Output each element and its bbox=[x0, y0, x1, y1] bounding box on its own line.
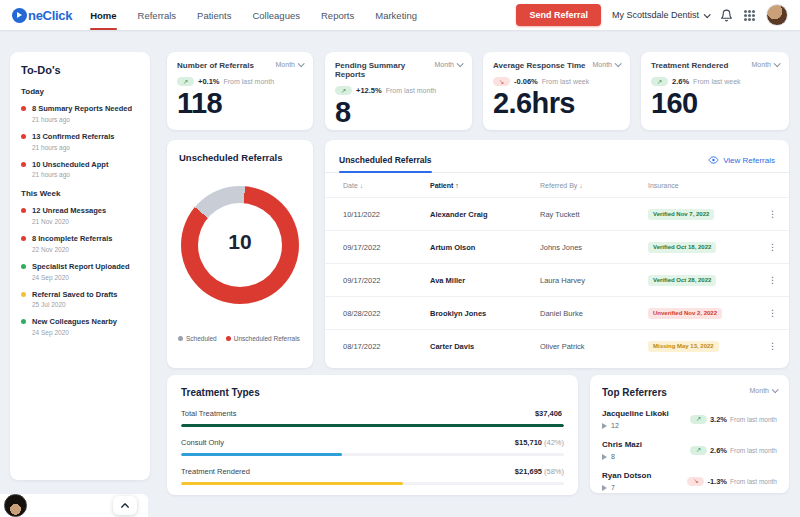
todo-time: 25 Jul 2020 bbox=[32, 301, 117, 308]
insurance-badge: Verified Nov 7, 2022 bbox=[648, 209, 714, 220]
treatment-pct: (58%) bbox=[544, 467, 564, 476]
treatment-label: Total Treatments bbox=[181, 409, 236, 418]
row-menu-icon[interactable]: ⋮ bbox=[765, 308, 777, 318]
chevron-down-icon bbox=[457, 60, 464, 67]
row-menu-icon[interactable]: ⋮ bbox=[765, 209, 777, 219]
cell-referred-by: Laura Harvey bbox=[540, 276, 648, 285]
stat-value: 8 bbox=[335, 98, 462, 127]
send-icon bbox=[602, 485, 607, 491]
unscheduled-referrals-chart-card: Unscheduled Referrals 10 Scheduled Unsch… bbox=[167, 140, 313, 368]
status-dot bbox=[21, 208, 26, 213]
apps-grid-icon[interactable] bbox=[744, 10, 747, 13]
progress-bar bbox=[181, 424, 564, 427]
stat-value: 118 bbox=[177, 89, 303, 118]
todo-item[interactable]: 8 Incomplete Referrals 22 Nov 2020 bbox=[21, 234, 139, 253]
period-dropdown[interactable]: Month bbox=[752, 61, 779, 68]
change-value: +0.1% bbox=[198, 77, 219, 86]
change-text: From last week bbox=[693, 78, 740, 85]
column-header-date[interactable]: Date↓ bbox=[343, 182, 430, 189]
todo-item[interactable]: New Colleagues Nearby 24 Sep 2020 bbox=[21, 317, 139, 336]
referrer-row[interactable]: Chris Mazi 8 ↗ 2.6% From last month bbox=[602, 440, 777, 460]
change-text: From last month bbox=[223, 78, 274, 85]
tab-unscheduled-referrals[interactable]: Unscheduled Referrals bbox=[339, 148, 432, 172]
treatment-types-card: Treatment Types Total Treatments $37,406… bbox=[167, 375, 578, 495]
nav-item-referrals[interactable]: Referrals bbox=[138, 0, 177, 30]
cell-date: 08/17/2022 bbox=[343, 342, 430, 351]
cell-referred-by: Oliver Patrick bbox=[540, 342, 648, 351]
table-row[interactable]: 08/17/2022 Carter Davis Oliver Patrick M… bbox=[325, 329, 789, 362]
row-menu-icon[interactable]: ⋮ bbox=[765, 275, 777, 285]
todo-time: 21 hours ago bbox=[32, 116, 132, 123]
row-menu-icon[interactable]: ⋮ bbox=[765, 341, 777, 351]
todo-time: 22 Nov 2020 bbox=[32, 246, 112, 253]
referrer-row[interactable]: Jacqueline Likoki 12 ↗ 3.2% From last mo… bbox=[602, 409, 777, 429]
todos-panel: To-Do's Today 8 Summary Reports Needed 2… bbox=[10, 52, 150, 480]
todo-item[interactable]: 10 Unscheduled Appt 21 hours ago bbox=[21, 160, 139, 179]
cell-date: 08/28/2022 bbox=[343, 309, 430, 318]
nav-right-cluster: Send Referral My Scottsdale Dentist bbox=[516, 4, 788, 26]
user-avatar[interactable] bbox=[766, 4, 788, 26]
top-nav: neClick Home Referrals Patients Colleagu… bbox=[0, 0, 800, 30]
cell-date: 09/17/2022 bbox=[343, 276, 430, 285]
status-dot bbox=[21, 264, 26, 269]
chart-legend: Scheduled Unscheduled Referrals bbox=[178, 335, 309, 342]
nav-item-marketing[interactable]: Marketing bbox=[375, 0, 417, 30]
table-row[interactable]: 09/17/2022 Artum Olson Johns Jones Verif… bbox=[325, 230, 789, 263]
treatment-row: Treatment Rendered $21,695(58%) bbox=[181, 467, 564, 485]
nav-item-reports[interactable]: Reports bbox=[321, 0, 354, 30]
table-header: Date↓ Patient↑ Referred By↓ Insurance bbox=[325, 173, 789, 197]
scroll-to-top-button[interactable] bbox=[113, 496, 137, 515]
change-value: 2.6% bbox=[710, 446, 727, 455]
period-dropdown[interactable]: Month bbox=[435, 61, 462, 68]
logo[interactable]: neClick bbox=[12, 8, 72, 23]
treatment-pct: (42%) bbox=[544, 438, 564, 447]
cell-patient: Artum Olson bbox=[430, 243, 540, 252]
cell-referred-by: Ray Tuckett bbox=[540, 210, 648, 219]
column-header-patient[interactable]: Patient↑ bbox=[430, 182, 540, 189]
send-referral-button[interactable]: Send Referral bbox=[516, 4, 601, 26]
period-dropdown[interactable]: Month bbox=[750, 387, 777, 394]
chart-title: Unscheduled Referrals bbox=[179, 152, 301, 163]
notifications-bell-icon[interactable] bbox=[720, 9, 733, 22]
column-header-referred-by[interactable]: Referred By↓ bbox=[540, 182, 648, 189]
todo-item[interactable]: 12 Unread Messages 21 Nov 2020 bbox=[21, 206, 139, 225]
view-referrals-link[interactable]: View Referrals bbox=[708, 156, 775, 165]
todo-text: 8 Incomplete Referrals bbox=[32, 234, 112, 244]
account-label: My Scottsdale Dentist bbox=[612, 10, 699, 20]
period-dropdown[interactable]: Month bbox=[276, 61, 303, 68]
status-dot bbox=[21, 292, 26, 297]
status-dot bbox=[21, 134, 26, 139]
nav-item-home[interactable]: Home bbox=[90, 0, 116, 30]
todo-item[interactable]: Specialist Report Uploaded 24 Sep 2020 bbox=[21, 262, 139, 281]
referrer-row[interactable]: Ryan Dotson 7 ↘ -1.3% From last month bbox=[602, 471, 777, 491]
todo-item[interactable]: 8 Summary Reports Needed 21 hours ago bbox=[21, 104, 139, 123]
insurance-badge: Verified Oct 28, 2022 bbox=[648, 275, 716, 286]
change-text: From last week bbox=[542, 78, 589, 85]
row-menu-icon[interactable]: ⋮ bbox=[765, 242, 777, 252]
column-header-insurance[interactable]: Insurance bbox=[648, 182, 765, 189]
todo-text: 12 Unread Messages bbox=[32, 206, 106, 216]
trend-up-icon: ↗ bbox=[651, 77, 668, 86]
cell-patient: Alexander Craig bbox=[430, 210, 540, 219]
stat-title: Number of Referrals bbox=[177, 61, 254, 70]
table-row[interactable]: 08/28/2022 Brooklyn Jones Daniel Burke U… bbox=[325, 296, 789, 329]
todo-item[interactable]: 13 Confirmed Referrals 21 hours ago bbox=[21, 132, 139, 151]
card-title: Top Referrers bbox=[602, 387, 667, 398]
stat-card-pending-summary-reports: Pending Summary Reports Month ↗ +12.5% F… bbox=[325, 52, 472, 130]
table-row[interactable]: 09/17/2022 Ava Miller Laura Harvey Verif… bbox=[325, 263, 789, 296]
account-menu[interactable]: My Scottsdale Dentist bbox=[612, 10, 709, 20]
todo-text: 13 Confirmed Referrals bbox=[32, 132, 115, 142]
insurance-badge: Unverified Nov 2, 2022 bbox=[648, 308, 722, 319]
status-dot bbox=[21, 162, 26, 167]
change-text: From last month bbox=[730, 416, 777, 423]
trend-up-icon: ↗ bbox=[335, 86, 352, 95]
todo-item[interactable]: Referral Saved to Drafts 25 Jul 2020 bbox=[21, 290, 139, 309]
period-dropdown[interactable]: Month bbox=[593, 61, 620, 68]
table-row[interactable]: 10/11/2022 Alexander Craig Ray Tuckett V… bbox=[325, 197, 789, 230]
chevron-down-icon bbox=[615, 60, 622, 67]
nav-item-patients[interactable]: Patients bbox=[197, 0, 231, 30]
chat-widget-avatar[interactable] bbox=[4, 494, 27, 517]
top-referrers-card: Top Referrers Month Jacqueline Likoki 12… bbox=[590, 375, 789, 493]
nav-item-colleagues[interactable]: Colleagues bbox=[252, 0, 300, 30]
chevron-down-icon bbox=[704, 11, 711, 18]
